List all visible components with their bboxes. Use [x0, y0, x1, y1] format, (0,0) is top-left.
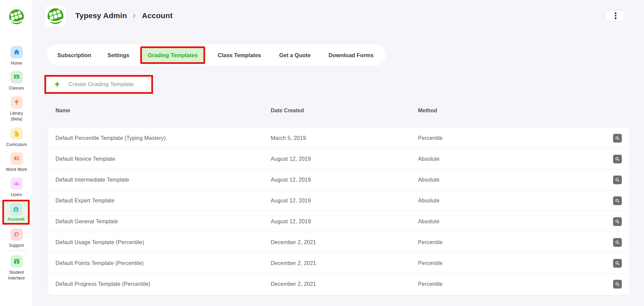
search-icon	[615, 219, 620, 224]
template-name: Default Expert Template	[55, 198, 114, 204]
template-date: August 12, 2019	[271, 156, 311, 162]
template-date: March 5, 2019	[271, 135, 306, 141]
view-template-button[interactable]	[613, 155, 622, 163]
create-grading-template-button[interactable]: + Create Grading Template	[47, 77, 150, 92]
sidebar-item-library[interactable]: Library (Beta)	[0, 96, 33, 122]
breadcrumb-root[interactable]: Typesy Admin	[75, 7, 127, 24]
view-template-button[interactable]	[613, 217, 622, 226]
create-grading-template-label: Create Grading Template	[69, 81, 134, 88]
sidebar-item-account[interactable]: Account	[2, 200, 30, 225]
sidebar-item-label-line2: (Beta)	[11, 116, 23, 122]
document-icon	[10, 127, 23, 140]
search-icon	[615, 261, 620, 266]
column-header-name: Name	[55, 108, 70, 114]
template-method: Percentile	[418, 260, 443, 266]
open-book-icon	[10, 152, 23, 165]
view-template-button[interactable]	[613, 238, 622, 247]
view-template-button[interactable]	[613, 280, 622, 289]
sidebar-item-label: Users	[11, 192, 22, 198]
plus-icon: +	[54, 80, 60, 89]
tab-get-a-quote[interactable]: Get a Quote	[279, 52, 311, 58]
template-date: August 12, 2019	[271, 198, 311, 204]
tab-subscription[interactable]: Subscription	[58, 52, 91, 58]
template-name: Default Usage Template (Percentile)	[55, 239, 144, 245]
template-date: December 2, 2021	[271, 239, 316, 245]
search-icon	[615, 281, 620, 287]
sidebar-item-label: Account	[7, 217, 25, 222]
kebab-menu-icon	[615, 12, 616, 14]
tab-settings[interactable]: Settings	[107, 52, 129, 58]
search-icon	[615, 136, 620, 141]
template-method: Absolute	[418, 177, 440, 183]
sidebar-item-word-work[interactable]: Word Work	[0, 152, 33, 173]
view-template-button[interactable]	[613, 134, 622, 143]
sidebar: Home Classes Library (Beta)	[0, 0, 33, 306]
table-row: Default Usage Template (Percentile) Dece…	[48, 232, 630, 253]
search-icon	[615, 177, 620, 183]
template-date: August 12, 2019	[271, 219, 311, 225]
table-row: Default Progress Template (Percentile) D…	[48, 274, 630, 295]
template-name: Default General Template	[55, 219, 118, 225]
classes-board-icon	[10, 71, 23, 83]
browser-window-icon	[10, 255, 23, 268]
sidebar-item-users[interactable]: Users	[0, 178, 33, 198]
tab-download-forms[interactable]: Download Forms	[329, 52, 374, 58]
template-name: Default Progress Template (Percentile)	[55, 281, 150, 287]
search-icon	[615, 240, 620, 245]
sidebar-item-label: Student	[9, 270, 24, 275]
view-template-button[interactable]	[613, 259, 622, 268]
table-row: Default General Template August 12, 2019…	[48, 211, 630, 232]
account-tabs: Subscription Settings Grading Templates …	[47, 44, 385, 66]
sidebar-item-label: Library	[10, 111, 23, 116]
sidebar-item-label: Word Work	[6, 167, 27, 173]
sidebar-item-label: Support	[9, 243, 24, 248]
sidebar-item-curriculum[interactable]: Curriculum	[0, 127, 33, 148]
column-header-date-created: Date Created	[271, 108, 304, 114]
template-name: Default Intermediate Template	[55, 177, 129, 183]
annotation-box-grading-templates: Grading Templates	[140, 46, 205, 64]
template-name: Default Points Template (Percentile)	[55, 260, 144, 266]
support-chat-icon	[10, 228, 23, 241]
sidebar-item-label: Home	[11, 61, 22, 66]
view-template-button[interactable]	[613, 196, 622, 205]
sidebar-item-classes[interactable]: Classes	[0, 71, 33, 91]
column-header-method: Method	[418, 108, 437, 114]
template-name: Default Percentile Template (Typing Mast…	[55, 135, 166, 141]
template-method: Percentile	[418, 135, 443, 141]
template-name: Default Novice Template	[55, 156, 115, 162]
chevron-right-icon	[131, 13, 137, 18]
template-date: December 2, 2021	[271, 260, 316, 266]
table-row: Default Expert Template August 12, 2019 …	[48, 190, 630, 211]
table-row: Default Novice Template August 12, 2019 …	[48, 149, 630, 169]
template-method: Percentile	[418, 281, 443, 287]
sidebar-item-label: Curriculum	[6, 142, 27, 148]
template-method: Absolute	[418, 156, 440, 162]
view-template-button[interactable]	[613, 176, 622, 184]
breadcrumb-current: Account	[142, 7, 173, 24]
tab-class-templates[interactable]: Class Templates	[218, 52, 261, 58]
id-badge-icon	[10, 203, 22, 216]
typesy-logo-icon	[8, 8, 25, 26]
sidebar-item-support[interactable]: Support	[0, 228, 33, 248]
template-date: December 2, 2021	[271, 281, 316, 287]
home-icon	[10, 46, 23, 59]
annotation-box-create-grading-template: + Create Grading Template	[44, 75, 153, 94]
sidebar-item-home[interactable]: Home	[0, 46, 33, 66]
template-method: Absolute	[418, 219, 440, 225]
grading-templates-table: Default Percentile Template (Typing Mast…	[48, 128, 630, 295]
typesy-logo-icon	[45, 6, 66, 27]
sidebar-item-label: Classes	[9, 85, 24, 91]
sidebar-item-student-interface[interactable]: Student Interface	[0, 255, 33, 281]
tab-grading-templates[interactable]: Grading Templates	[148, 52, 197, 59]
sidebar-divider	[6, 250, 27, 251]
lightbulb-icon	[10, 96, 23, 109]
search-icon	[615, 198, 620, 203]
table-row: Default Percentile Template (Typing Mast…	[48, 128, 630, 149]
sidebar-item-label-line2: Interface	[8, 275, 25, 281]
users-icon	[10, 178, 23, 190]
search-icon	[615, 156, 620, 162]
kebab-menu-button[interactable]	[605, 10, 626, 22]
table-row: Default Points Template (Percentile) Dec…	[48, 253, 630, 274]
template-method: Percentile	[418, 239, 443, 245]
template-method: Absolute	[418, 198, 440, 204]
